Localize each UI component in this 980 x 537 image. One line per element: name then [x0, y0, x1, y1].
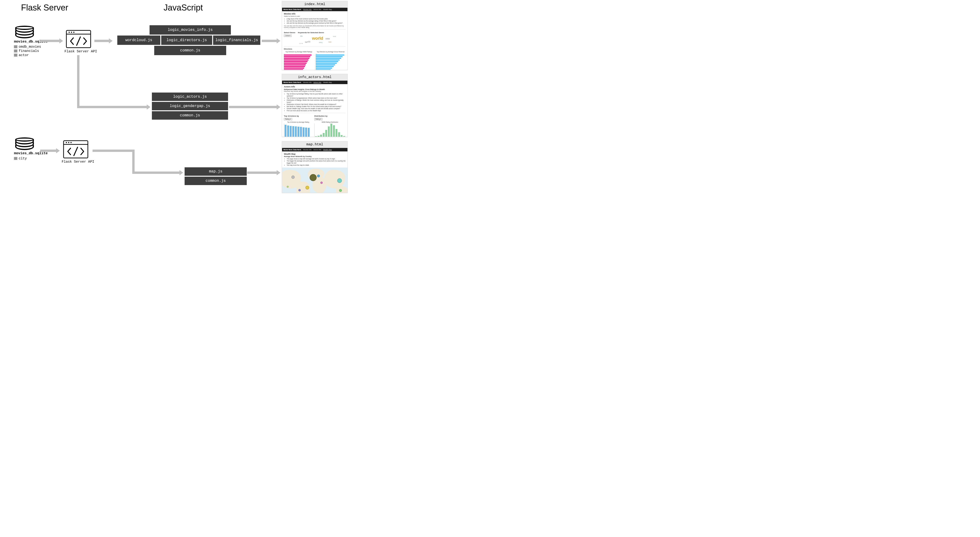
- thumbnail-nav: Movie Nerd. Data Nerd. Movies Info Actor…: [282, 148, 347, 151]
- database-filename: movies_db.sqlite: [14, 151, 35, 155]
- api-window-icon: Flask Server API: [65, 30, 92, 53]
- connector-line: [132, 150, 135, 174]
- js-module-box: logic_actors.js: [152, 92, 228, 101]
- thumbnail-nav: Movie Nerd. Data Nerd. Movies Info Actor…: [282, 8, 347, 11]
- wordcloud-chart: world new life family love story young m…: [298, 35, 345, 45]
- js-module-box: logic_financials.js: [213, 35, 260, 45]
- api-label: Flask Server API: [62, 160, 90, 164]
- list-item: who are the top directors by the average…: [287, 20, 345, 22]
- thumbnail-filename: map.html: [282, 141, 347, 148]
- section-subtitle: Average Actor Networth by Country: [284, 156, 345, 157]
- section-subtitle: Hollywood Data Insights: From Ratings to…: [284, 88, 345, 91]
- database-icon: movies_db.sqlite city: [14, 137, 35, 161]
- actors-metric-dropdown[interactable]: Rating ▾: [284, 118, 292, 120]
- list-item: Find out more about the actors on the We…: [287, 110, 345, 112]
- section-title: Wealth Map: [284, 153, 345, 155]
- distribution-dropdown[interactable]: Rating ▾: [314, 118, 323, 120]
- svg-rect-21: [14, 157, 17, 160]
- section-label: Directors: [284, 48, 345, 50]
- db-table-row: omdb_movies: [14, 45, 35, 49]
- arrow-icon: [229, 106, 277, 108]
- thumbnail-filename: info_actors.html: [282, 74, 347, 81]
- svg-rect-15: [66, 30, 91, 48]
- arrow-icon: [247, 172, 277, 174]
- select-label: Select Genre: [284, 32, 296, 33]
- list-item: Net Worth vs. Ratings Scatter Plot: Do t…: [287, 105, 345, 107]
- thumbnail-filename: index.html: [282, 1, 347, 8]
- list-item: a tag cloud of the most common words fro…: [287, 18, 345, 20]
- section-tagline: Discover key trends and insights in the …: [284, 91, 345, 92]
- arrow-icon: [92, 150, 134, 152]
- svg-point-28: [66, 142, 67, 143]
- js-module-box: logic_gendergap.js: [152, 102, 228, 110]
- arrow-icon: [77, 106, 147, 108]
- list-item: who are the top directors by the average…: [287, 22, 345, 24]
- js-module-box: logic_movies_info.js: [150, 25, 231, 35]
- heading-flask-server: Flask Server: [21, 3, 68, 13]
- svg-rect-26: [64, 141, 88, 158]
- footnote: You can also see the return on investmen…: [284, 25, 345, 28]
- api-window-icon: Flask Server API: [62, 140, 90, 164]
- db-table-row: actor: [14, 53, 35, 57]
- page-thumbnail-index: index.html Movie Nerd. Data Nerd. Movies…: [282, 1, 348, 70]
- arrow-icon: [262, 40, 277, 42]
- arrow-icon: [40, 40, 59, 42]
- list-item: You may move the map for detail.: [287, 164, 345, 166]
- js-module-box: logic_directors.js: [161, 35, 212, 45]
- world-map-chart[interactable]: [282, 167, 347, 193]
- svg-point-19: [73, 32, 75, 33]
- page-thumbnail-map: map.html Movie Nerd. Data Nerd. Movies I…: [282, 141, 348, 193]
- section-subtitle: Select a Genre to see:: [284, 16, 345, 17]
- chart-title: Top Directors by Average Gross Revenue: [316, 51, 345, 53]
- actors-bar-chart: [284, 123, 312, 137]
- svg-point-30: [70, 142, 72, 143]
- list-item: Distribution of Ratings: What's the most…: [287, 99, 345, 103]
- api-label: Flask Server API: [65, 49, 92, 53]
- rating-distribution-chart: [314, 123, 345, 137]
- db-table-row: city: [14, 156, 35, 161]
- section-label: Keywords for Selected Genre: [298, 32, 345, 33]
- svg-rect-10: [14, 54, 17, 57]
- chart-title: IMDB Rating Distribution: [314, 121, 345, 123]
- js-module-box: common.js: [152, 111, 228, 120]
- js-module-box: wordcloud.js: [117, 35, 160, 45]
- arrow-icon: [94, 40, 109, 42]
- database-filename: movies_db.sqlite: [14, 40, 35, 44]
- svg-line-20: [76, 37, 80, 45]
- connector-line: [77, 55, 80, 108]
- list-item: Distribution of Actors' Net Worth: Where…: [287, 103, 345, 105]
- list-item: Gender Wealth Gap: How does the wealth o…: [287, 107, 345, 110]
- select-label: Top 10 Actors by: [284, 115, 312, 117]
- arrow-icon: [132, 172, 180, 174]
- section-title: Actors Info: [284, 86, 345, 88]
- thumbnail-nav: Movie Nerd. Data Nerd. Movies Info Actor…: [282, 81, 347, 84]
- directors-rating-chart: —: [284, 53, 314, 70]
- genre-dropdown[interactable]: Crime ▾: [284, 35, 292, 37]
- svg-rect-5: [14, 49, 17, 53]
- js-module-box: common.js: [185, 177, 247, 185]
- database-icon: movies_db.sqlite omdb_movies financials …: [14, 26, 35, 57]
- list-item: The page shows a map with average net wo…: [287, 158, 345, 160]
- list-item: The bigger the average net worth (northe…: [287, 160, 345, 164]
- js-module-box: common.js: [154, 46, 226, 55]
- heading-javascript: JavaScript: [164, 3, 203, 13]
- js-module-box: map.js: [185, 167, 247, 176]
- section-title: Movies Info: [284, 13, 345, 15]
- select-label: Distribution by: [314, 115, 345, 117]
- list-item: Top 10 Actors by Appearances: Which acto…: [287, 97, 345, 99]
- svg-point-29: [68, 142, 69, 143]
- arrow-icon: [40, 150, 56, 152]
- svg-rect-0: [14, 45, 17, 48]
- svg-line-31: [74, 147, 78, 156]
- svg-point-18: [71, 32, 72, 33]
- chart-title: Top Directors by Average IMDB Ratings: [284, 51, 314, 53]
- svg-point-17: [69, 32, 70, 33]
- db-table-row: financials: [14, 49, 35, 53]
- directors-revenue-chart: —: [316, 53, 345, 70]
- page-thumbnail-actors: info_actors.html Movie Nerd. Data Nerd. …: [282, 74, 348, 137]
- chart-title: Top 10 Actors by Average Rating: [284, 121, 312, 123]
- list-item: Top 10 Actors by Average Rating: How do …: [287, 93, 345, 97]
